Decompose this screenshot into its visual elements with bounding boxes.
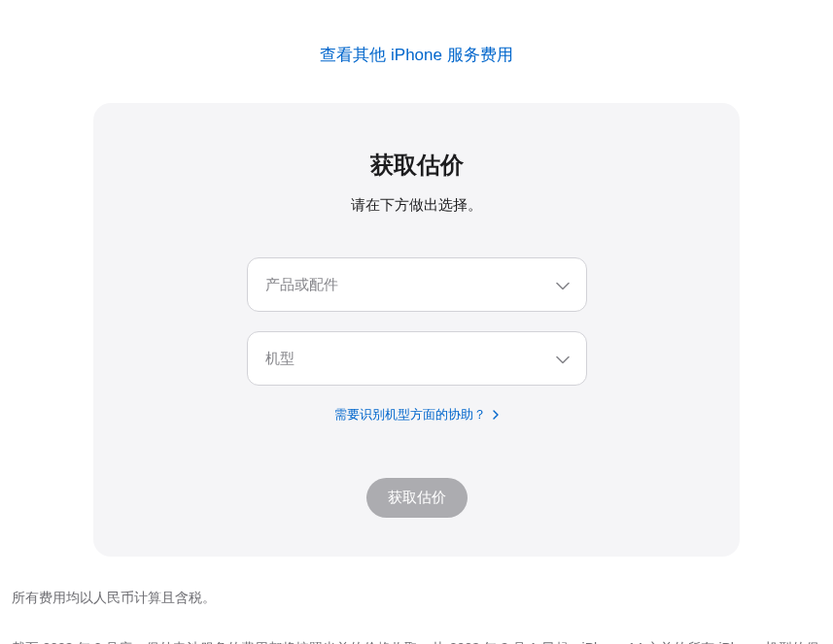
model-select-wrap: 机型 [247, 331, 587, 386]
other-services-link-wrap: 查看其他 iPhone 服务费用 [10, 44, 823, 66]
product-select-placeholder: 产品或配件 [265, 276, 338, 294]
disclaimer: 所有费用均以人民币计算且含税。 截至 2023 年 2 月底，保外电池服务的费用… [10, 582, 823, 644]
other-services-link[interactable]: 查看其他 iPhone 服务费用 [320, 46, 512, 64]
help-link-wrap: 需要识别机型方面的协助？ [132, 405, 701, 424]
disclaimer-line-2: 截至 2023 年 2 月底，保外电池服务的费用都将按照当前的价格收取。从 20… [12, 632, 821, 644]
chevron-down-icon [556, 277, 570, 293]
estimate-card: 获取估价 请在下方做出选择。 产品或配件 机型 [93, 103, 740, 557]
disclaimer-line-1: 所有费用均以人民币计算且含税。 [12, 582, 821, 613]
model-select[interactable]: 机型 [247, 331, 587, 386]
chevron-right-icon [493, 408, 499, 423]
identify-model-help-link[interactable]: 需要识别机型方面的协助？ [334, 407, 500, 422]
submit-wrap: 获取估价 [132, 478, 701, 518]
product-select-wrap: 产品或配件 [247, 257, 587, 312]
product-select[interactable]: 产品或配件 [247, 257, 587, 312]
card-title: 获取估价 [132, 150, 701, 181]
card-subtitle: 请在下方做出选择。 [132, 196, 701, 215]
chevron-down-icon [556, 351, 570, 367]
model-select-placeholder: 机型 [265, 350, 295, 368]
get-estimate-button[interactable]: 获取估价 [366, 478, 468, 518]
help-link-label: 需要识别机型方面的协助？ [334, 407, 486, 422]
disclaimer-text-2a: 截至 2023 年 2 月底，保外电池服务的费用都将按照当前的价格收取。从 20… [12, 640, 819, 644]
